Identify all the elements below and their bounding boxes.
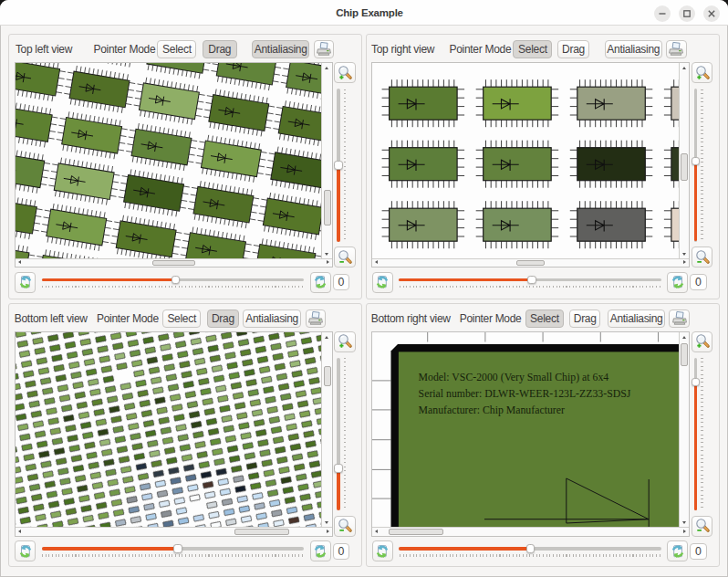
svg-text:Manufacturer: Chip Manufacture: Manufacturer: Chip Manufacturer bbox=[419, 404, 565, 416]
svg-text:Model: VSC-2000 (Very Small Ch: Model: VSC-2000 (Very Small Chip) at 6x4 bbox=[419, 371, 609, 383]
svg-text:Serial number: DLWR-WEER-123L-: Serial number: DLWR-WEER-123L-ZZ33-SDSJ bbox=[419, 387, 631, 400]
